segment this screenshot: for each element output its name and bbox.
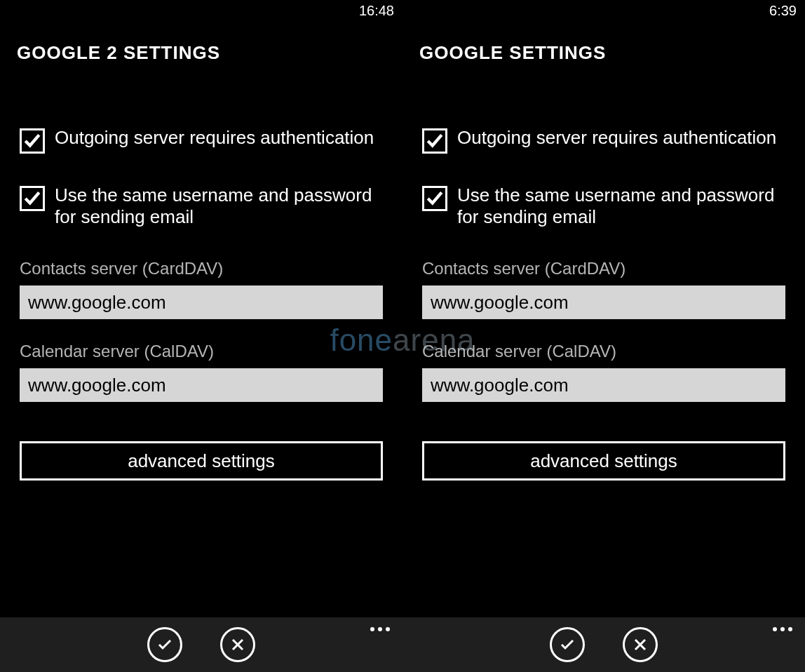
advanced-settings-button[interactable]: advanced settings xyxy=(20,441,383,481)
content-area: Outgoing server requires authentication … xyxy=(0,64,402,481)
same-credentials-label: Use the same username and password for s… xyxy=(457,184,785,228)
contacts-server-input[interactable] xyxy=(20,285,383,319)
more-button[interactable] xyxy=(773,627,792,631)
same-credentials-row[interactable]: Use the same username and password for s… xyxy=(20,184,383,228)
close-icon xyxy=(632,636,649,653)
calendar-server-group: Calendar server (CalDAV) xyxy=(422,342,785,402)
more-button[interactable] xyxy=(370,627,390,631)
same-credentials-checkbox[interactable] xyxy=(20,186,45,211)
calendar-server-group: Calendar server (CalDAV) xyxy=(20,342,383,402)
advanced-settings-label: advanced settings xyxy=(128,450,275,472)
same-credentials-checkbox[interactable] xyxy=(422,186,447,211)
contacts-server-group: Contacts server (CardDAV) xyxy=(422,259,785,319)
checkmark-icon xyxy=(23,189,41,208)
outgoing-auth-checkbox[interactable] xyxy=(422,128,447,154)
cancel-button[interactable] xyxy=(220,627,255,662)
settings-pane-left: 16:48 GOOGLE 2 SETTINGS Outgoing server … xyxy=(0,0,402,672)
contacts-server-input[interactable] xyxy=(422,285,785,319)
calendar-server-input[interactable] xyxy=(422,368,785,402)
contacts-server-label: Contacts server (CardDAV) xyxy=(20,259,383,278)
checkmark-icon xyxy=(426,189,444,208)
app-bar-buttons xyxy=(550,627,658,662)
app-bar-buttons xyxy=(147,627,255,662)
app-bar xyxy=(402,617,805,672)
same-credentials-row[interactable]: Use the same username and password for s… xyxy=(422,184,785,228)
confirm-button[interactable] xyxy=(550,627,585,662)
checkmark-icon xyxy=(426,132,444,150)
same-credentials-label: Use the same username and password for s… xyxy=(55,184,383,228)
advanced-settings-button[interactable]: advanced settings xyxy=(422,441,785,481)
page-title: GOOGLE 2 SETTINGS xyxy=(0,21,402,64)
cancel-button[interactable] xyxy=(623,627,658,662)
calendar-server-label: Calendar server (CalDAV) xyxy=(20,342,383,361)
outgoing-auth-checkbox[interactable] xyxy=(20,128,45,154)
check-icon xyxy=(156,636,173,653)
contacts-server-label: Contacts server (CardDAV) xyxy=(422,259,785,278)
confirm-button[interactable] xyxy=(147,627,182,662)
check-icon xyxy=(559,636,576,653)
outgoing-auth-row[interactable]: Outgoing server requires authentication xyxy=(20,127,383,154)
status-time: 6:39 xyxy=(769,3,797,19)
settings-pane-right: 6:39 GOOGLE SETTINGS Outgoing server req… xyxy=(402,0,805,672)
page-title: GOOGLE SETTINGS xyxy=(402,21,805,64)
outgoing-auth-row[interactable]: Outgoing server requires authentication xyxy=(422,127,785,154)
content-area: Outgoing server requires authentication … xyxy=(402,64,805,481)
outgoing-auth-label: Outgoing server requires authentication xyxy=(55,127,374,149)
close-icon xyxy=(229,636,246,653)
advanced-settings-label: advanced settings xyxy=(530,450,677,472)
outgoing-auth-label: Outgoing server requires authentication xyxy=(457,127,776,149)
calendar-server-label: Calendar server (CalDAV) xyxy=(422,342,785,361)
contacts-server-group: Contacts server (CardDAV) xyxy=(20,259,383,319)
status-time: 16:48 xyxy=(359,3,394,19)
calendar-server-input[interactable] xyxy=(20,368,383,402)
checkmark-icon xyxy=(23,132,41,150)
status-bar: 16:48 xyxy=(0,0,402,21)
status-bar: 6:39 xyxy=(402,0,805,21)
app-bar xyxy=(0,617,402,672)
